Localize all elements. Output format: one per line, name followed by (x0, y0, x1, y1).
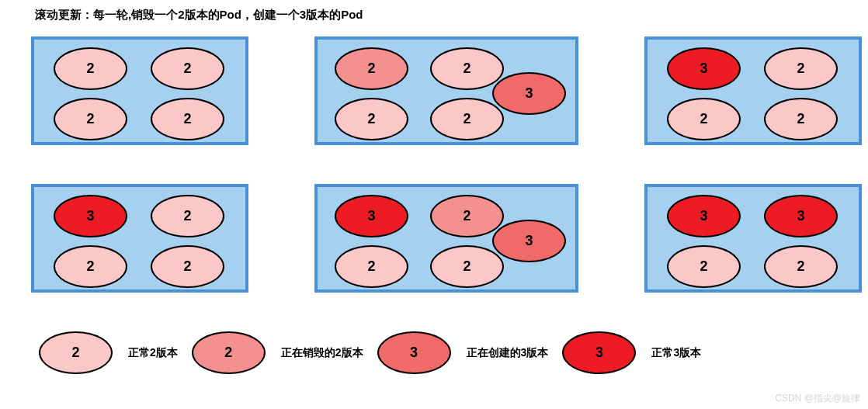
legend-item-normal2: 2正常2版本 (39, 331, 178, 374)
pod-normal2: 2 (335, 245, 408, 288)
pod-normal2: 2 (430, 245, 504, 288)
pod-normal3: 3 (667, 47, 741, 90)
legend-item-destroying2: 2正在销毁的2版本 (192, 331, 363, 374)
legend-swatch-destroying2: 2 (192, 331, 266, 374)
legend-swatch-creating3: 3 (377, 331, 451, 374)
legend-swatch-normal3: 3 (562, 331, 636, 374)
pod-normal3: 3 (54, 195, 127, 237)
pod-normal2: 2 (151, 195, 224, 237)
pod-normal3: 3 (667, 195, 741, 237)
pod-normal2: 2 (54, 98, 127, 140)
pod-normal2: 2 (764, 245, 838, 288)
state-box-1: 22322 (314, 36, 578, 145)
legend-label-destroying2: 正在销毁的2版本 (281, 346, 363, 360)
legend-item-normal3: 3正常3版本 (562, 331, 701, 374)
pod-destroying2: 2 (430, 195, 504, 237)
legend-item-creating3: 3正在创建的3版本 (377, 331, 549, 374)
pod-normal2: 2 (667, 98, 741, 140)
pod-normal2: 2 (54, 47, 127, 90)
pod-normal2: 2 (667, 245, 741, 288)
state-box-2: 3222 (644, 36, 862, 145)
pod-normal2: 2 (764, 98, 838, 140)
legend: 2正常2版本2正在销毁的2版本3正在创建的3版本3正常3版本 (31, 331, 837, 374)
diagram-grid: 22222232232223222323223322 (31, 36, 837, 296)
pod-normal2: 2 (764, 47, 838, 90)
state-box-0: 2222 (31, 36, 248, 145)
diagram-title: 滚动更新：每一轮,销毁一个2版本的Pod，创建一个3版本的Pod (35, 8, 837, 23)
legend-label-creating3: 正在创建的3版本 (467, 346, 549, 360)
pod-creating3: 3 (492, 72, 566, 115)
legend-label-normal3: 正常3版本 (651, 346, 701, 360)
watermark: CSDN @指尖@旋律 (775, 392, 860, 405)
pod-normal2: 2 (54, 245, 127, 288)
pod-normal2: 2 (151, 47, 224, 90)
legend-swatch-normal2: 2 (39, 331, 113, 374)
state-box-3: 3222 (31, 184, 248, 293)
legend-label-normal2: 正常2版本 (128, 346, 178, 360)
pod-normal3: 3 (764, 195, 838, 237)
pod-normal2: 2 (151, 245, 224, 288)
pod-normal2: 2 (151, 98, 224, 140)
pod-normal2: 2 (430, 98, 504, 140)
pod-normal3: 3 (335, 195, 408, 237)
pod-normal2: 2 (335, 98, 408, 140)
pod-creating3: 3 (492, 220, 566, 262)
state-box-5: 3322 (644, 184, 862, 293)
pod-normal2: 2 (430, 47, 504, 90)
pod-destroying2: 2 (335, 47, 408, 90)
state-box-4: 32322 (314, 184, 578, 293)
